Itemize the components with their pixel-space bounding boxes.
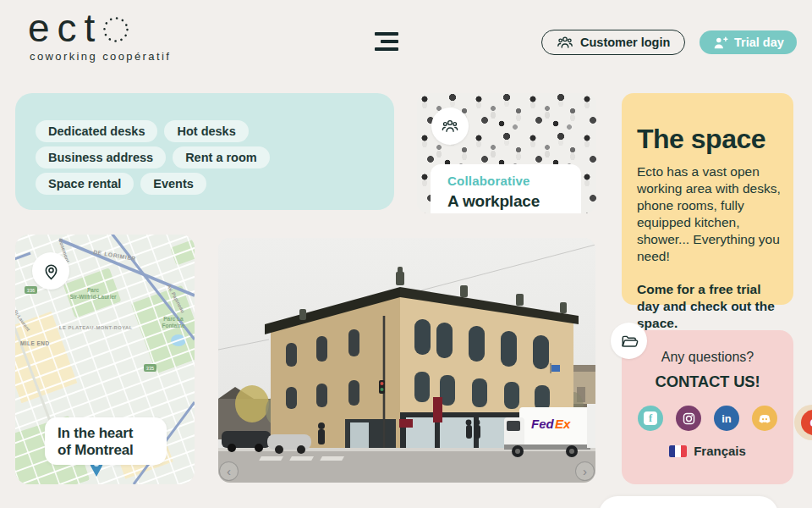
map-caption-line2: of Montreal bbox=[58, 442, 167, 459]
trial-day-button[interactable]: Trial day bbox=[700, 30, 797, 54]
language-label: Français bbox=[694, 444, 746, 458]
next-section-card-peek bbox=[599, 496, 778, 508]
french-flag-icon bbox=[669, 445, 687, 457]
ecto-logo[interactable]: ect coworking coopératif bbox=[28, 8, 171, 63]
logo-text: ect bbox=[28, 8, 102, 47]
building-photo-illustration: FedEx bbox=[218, 238, 595, 483]
services-card: Dedicated desks Hot desks Business addre… bbox=[15, 93, 394, 210]
service-pill-hot-desks[interactable]: Hot desks bbox=[164, 120, 248, 142]
folder-icon bbox=[620, 333, 639, 350]
collaborative-overlay: Collaborative A workplace bbox=[431, 164, 581, 213]
service-pill-dedicated-desks[interactable]: Dedicated desks bbox=[36, 120, 157, 142]
person-plus-icon bbox=[712, 36, 728, 50]
instagram-icon[interactable] bbox=[676, 406, 701, 431]
folder-badge bbox=[611, 323, 647, 359]
customer-login-button[interactable]: Customer login bbox=[541, 30, 685, 55]
svg-text:335: 335 bbox=[146, 366, 154, 371]
people-group-icon bbox=[441, 118, 459, 135]
map-card[interactable]: 336 335 DE LORIMIER Rosemont Parc Sir-Wi… bbox=[15, 235, 195, 484]
logo-wordmark: ect bbox=[28, 8, 171, 47]
collaborative-tag: Collaborative bbox=[447, 174, 581, 188]
contact-cta: CONTACT US! bbox=[656, 373, 760, 391]
community-badge bbox=[431, 108, 469, 145]
the-space-cta: Come for a free trial day and check out … bbox=[637, 281, 782, 332]
carousel-next-button[interactable]: › bbox=[575, 461, 595, 481]
map-district-label: MILE END bbox=[20, 340, 50, 346]
svg-text:Fed: Fed bbox=[531, 417, 555, 431]
linkedin-icon[interactable]: in bbox=[714, 406, 739, 431]
the-space-text: The space Ecto has a vast open working a… bbox=[637, 124, 782, 332]
the-space-title: The space bbox=[637, 124, 782, 155]
building-photo-card: FedEx ‹ › bbox=[218, 238, 595, 483]
map-caption-line1: In the heart bbox=[58, 425, 167, 442]
customer-login-label: Customer login bbox=[580, 36, 670, 49]
location-pin-icon bbox=[41, 262, 61, 281]
service-pill-space-rental[interactable]: Space rental bbox=[36, 173, 134, 195]
the-space-body: Ecto has a vast open working area with d… bbox=[637, 163, 782, 265]
collaborative-card[interactable]: Collaborative A workplace bbox=[417, 93, 596, 213]
ecto-chat-widget-button[interactable]: e bbox=[794, 405, 812, 440]
discord-icon[interactable] bbox=[752, 406, 777, 431]
social-links: f in bbox=[638, 406, 777, 431]
map-park-label: Parc Sir-Wilfrid-Laurier bbox=[66, 287, 120, 301]
services-pill-list: Dedicated desks Hot desks Business addre… bbox=[36, 120, 270, 195]
collaborative-title: A workplace bbox=[447, 192, 581, 211]
map-caption: In the heart of Montreal bbox=[45, 417, 167, 465]
logo-dotted-o-icon bbox=[101, 14, 131, 45]
carousel-prev-button[interactable]: ‹ bbox=[219, 461, 239, 481]
svg-text:336: 336 bbox=[27, 288, 35, 293]
map-park-label: Parc La Fontaine bbox=[159, 316, 188, 329]
people-group-icon bbox=[557, 35, 573, 50]
svg-text:Ex: Ex bbox=[555, 417, 571, 431]
service-pill-events[interactable]: Events bbox=[140, 173, 206, 195]
trial-day-label: Trial day bbox=[734, 36, 784, 49]
facebook-icon[interactable]: f bbox=[638, 406, 663, 431]
contact-card: Any questions? CONTACT US! f in Français bbox=[622, 330, 793, 484]
logo-tagline: coworking coopératif bbox=[30, 50, 171, 63]
location-badge bbox=[32, 252, 69, 290]
map-district-label: LE PLATEAU-MONT-ROYAL bbox=[59, 325, 133, 330]
service-pill-business-address[interactable]: Business address bbox=[36, 146, 166, 168]
ecto-e-badge: e bbox=[801, 410, 812, 435]
service-pill-rent-a-room[interactable]: Rent a room bbox=[173, 146, 270, 168]
contact-question: Any questions? bbox=[661, 350, 754, 365]
language-switcher[interactable]: Français bbox=[669, 444, 746, 458]
menu-hamburger-icon[interactable] bbox=[375, 32, 398, 54]
